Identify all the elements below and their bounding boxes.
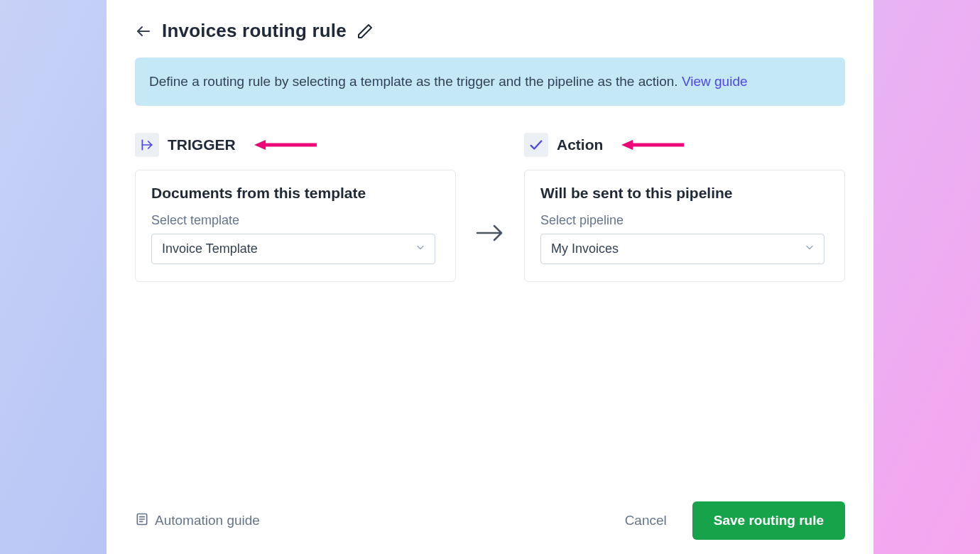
main-panel: Invoices routing rule Define a routing r…: [107, 0, 873, 554]
pipeline-select[interactable]: My Invoices: [540, 234, 824, 264]
annotation-arrow-icon: [254, 138, 318, 152]
trigger-label: TRIGGER: [168, 136, 236, 153]
pipeline-field-label: Select pipeline: [540, 213, 829, 228]
cancel-button[interactable]: Cancel: [625, 513, 667, 528]
action-card: Will be sent to this pipeline Select pip…: [524, 170, 845, 282]
annotation-arrow-icon: [621, 138, 685, 152]
action-header: Action: [524, 133, 845, 157]
trigger-card-title: Documents from this template: [151, 185, 440, 202]
document-icon: [135, 512, 149, 530]
page-title: Invoices routing rule: [162, 20, 347, 42]
chevron-down-icon: [804, 241, 815, 256]
template-select-value: Invoice Template: [162, 241, 258, 256]
view-guide-link[interactable]: View guide: [682, 74, 748, 89]
action-check-icon: [524, 133, 548, 157]
footer-actions: Cancel Save routing rule: [625, 501, 845, 540]
back-arrow-icon[interactable]: [135, 23, 152, 40]
action-label: Action: [557, 136, 603, 153]
flow-arrow-icon: [476, 223, 504, 243]
action-column: Action Will be sent to this pipeline Sel…: [524, 133, 845, 282]
save-routing-rule-button[interactable]: Save routing rule: [692, 501, 845, 540]
pipeline-select-value: My Invoices: [551, 241, 619, 256]
trigger-header: TRIGGER: [135, 133, 456, 157]
gradient-backdrop: Invoices routing rule Define a routing r…: [0, 0, 980, 554]
info-banner-text: Define a routing rule by selecting a tem…: [149, 74, 678, 89]
svg-marker-7: [621, 140, 633, 150]
svg-marker-4: [254, 140, 266, 150]
trigger-action-row: TRIGGER Documents from this template Sel…: [135, 133, 845, 282]
chevron-down-icon: [415, 241, 426, 256]
trigger-column: TRIGGER Documents from this template Sel…: [135, 133, 456, 282]
automation-guide-label: Automation guide: [155, 513, 260, 528]
action-card-title: Will be sent to this pipeline: [540, 185, 829, 202]
automation-guide-link[interactable]: Automation guide: [135, 512, 260, 530]
info-banner: Define a routing rule by selecting a tem…: [135, 58, 845, 106]
footer: Automation guide Cancel Save routing rul…: [135, 487, 845, 540]
template-select[interactable]: Invoice Template: [151, 234, 435, 264]
page-header: Invoices routing rule: [135, 20, 845, 42]
template-field-label: Select template: [151, 213, 440, 228]
trigger-icon: [135, 133, 159, 157]
trigger-card: Documents from this template Select temp…: [135, 170, 456, 282]
edit-pencil-icon[interactable]: [356, 23, 374, 40]
